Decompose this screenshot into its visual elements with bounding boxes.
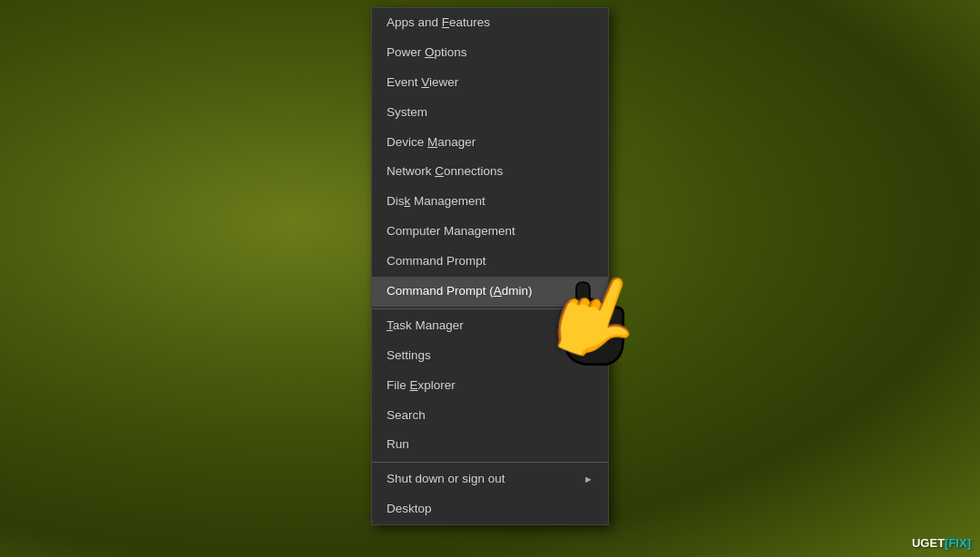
menu-label-computer-management: Computer Management: [387, 223, 515, 240]
watermark-bracket-close: ]: [967, 536, 971, 550]
watermark-u: U: [912, 536, 920, 550]
menu-label-device-manager: Device Manager: [387, 134, 475, 151]
menu-label-command-prompt-admin: Command Prompt (Admin): [387, 283, 533, 300]
menu-item-network-connections[interactable]: Network Connections: [372, 157, 608, 187]
watermark: UGET[FIX]: [912, 536, 971, 550]
menu-item-apps-features[interactable]: Apps and Features: [372, 8, 608, 38]
menu-label-apps-features: Apps and Features: [387, 15, 490, 32]
menu-item-desktop[interactable]: Desktop: [372, 494, 608, 524]
menu-label-event-viewer: Event Viewer: [387, 74, 458, 92]
watermark-get: GET: [920, 536, 945, 550]
menu-item-command-prompt[interactable]: Command Prompt: [372, 247, 608, 277]
menu-item-shut-down[interactable]: Shut down or sign out ►: [372, 464, 608, 494]
menu-label-command-prompt: Command Prompt: [387, 253, 486, 270]
menu-label-task-manager: Task Manager: [387, 318, 464, 335]
menu-item-run[interactable]: Run: [372, 430, 608, 460]
menu-item-settings[interactable]: Settings: [372, 341, 608, 371]
menu-item-disk-management[interactable]: Disk Management: [372, 187, 608, 217]
menu-label-system: System: [387, 104, 427, 122]
menu-label-network-connections: Network Connections: [387, 163, 503, 181]
menu-item-task-manager[interactable]: Task Manager: [372, 311, 608, 341]
submenu-arrow-icon: ►: [583, 473, 593, 486]
menu-label-desktop: Desktop: [387, 501, 432, 518]
menu-label-file-explorer: File Explorer: [387, 377, 456, 395]
menu-label-disk-management: Disk Management: [387, 193, 485, 210]
menu-label-settings: Settings: [387, 347, 431, 365]
menu-divider-2: [372, 462, 608, 463]
menu-label-search: Search: [387, 407, 426, 425]
menu-label-run: Run: [387, 436, 409, 454]
menu-label-shut-down: Shut down or sign out: [387, 471, 505, 488]
menu-item-computer-management[interactable]: Computer Management: [372, 217, 608, 247]
menu-divider-1: [372, 308, 608, 309]
watermark-fix: FIX: [948, 536, 966, 550]
menu-item-event-viewer[interactable]: Event Viewer: [372, 68, 608, 98]
menu-item-power-options[interactable]: Power Options: [372, 38, 608, 68]
context-menu: Apps and Features Power Options Event Vi…: [371, 7, 609, 525]
menu-item-command-prompt-admin[interactable]: Command Prompt (Admin): [372, 277, 608, 307]
menu-item-file-explorer[interactable]: File Explorer: [372, 371, 608, 401]
menu-item-system[interactable]: System: [372, 98, 608, 128]
menu-item-device-manager[interactable]: Device Manager: [372, 128, 608, 158]
menu-label-power-options: Power Options: [387, 44, 467, 62]
menu-item-search[interactable]: Search: [372, 401, 608, 431]
